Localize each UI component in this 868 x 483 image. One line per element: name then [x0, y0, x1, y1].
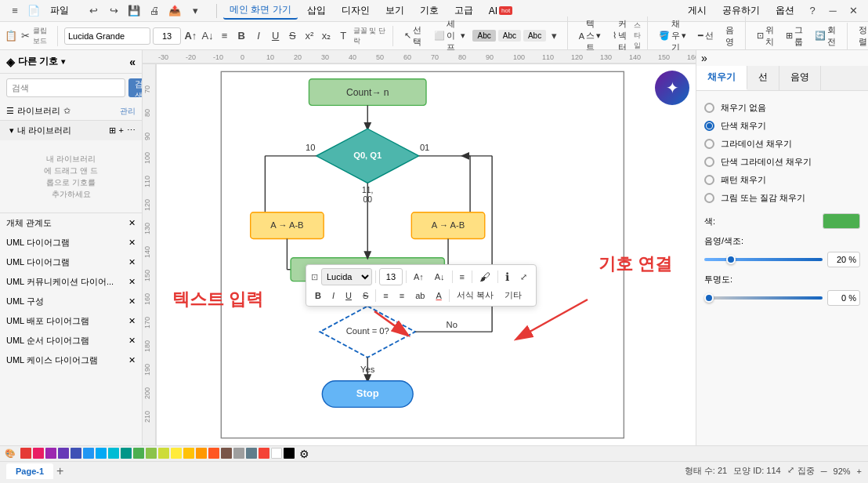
more-icon[interactable]: ▾	[186, 2, 204, 20]
swatch-pink[interactable]	[33, 448, 44, 459]
float-strike-btn[interactable]: S	[359, 289, 372, 302]
fill-option-gradient[interactable]: 그라데이션 채우기	[704, 135, 860, 153]
connector-status-icon[interactable]: ⤢	[787, 465, 794, 477]
library-item-2[interactable]: UML 다이어그램 ✕	[0, 252, 142, 272]
item-close-1[interactable]: ✕	[128, 238, 136, 248]
float-size-input[interactable]	[379, 268, 403, 285]
format-icon[interactable]: ≡	[217, 27, 232, 45]
swatch-white[interactable]	[271, 448, 282, 459]
fill-option-solid[interactable]: 단색 채우기	[704, 117, 860, 135]
swatch-orange[interactable]	[196, 448, 207, 459]
float-grow-btn[interactable]: A↑	[410, 271, 428, 283]
library-item-0[interactable]: 개체 관계도 ✕	[0, 213, 142, 233]
palette-settings-icon[interactable]: ⚙	[299, 448, 309, 460]
export-icon[interactable]: 📤	[166, 2, 183, 20]
text-btn[interactable]: A 텍스트 ▾	[574, 16, 606, 55]
position-btn[interactable]: ⊡ 위치	[752, 23, 779, 49]
float-paint-btn[interactable]: 🖌	[476, 269, 494, 285]
item-close-6[interactable]: ✕	[128, 336, 136, 346]
float-bullet-btn[interactable]: ≡	[379, 289, 392, 302]
zoom-plus-btn[interactable]: +	[857, 467, 862, 476]
fill-option-solid-gradient[interactable]: 단색 그라데이션 채우기	[704, 153, 860, 171]
item-close-7[interactable]: ✕	[128, 355, 136, 365]
font-size-input[interactable]	[153, 27, 181, 45]
library-item-1[interactable]: UML 다이어그램 ✕	[0, 233, 142, 252]
ai-assistant-bubble[interactable]: ✦	[655, 71, 689, 105]
redo-icon[interactable]: ↪	[105, 2, 122, 20]
underline-icon[interactable]: U	[268, 27, 283, 45]
item-close-2[interactable]: ✕	[128, 257, 136, 267]
collapse-icon[interactable]: «	[129, 56, 136, 68]
menu-file[interactable]: 파일	[44, 2, 75, 19]
page-tab-1[interactable]: Page-1	[6, 463, 53, 479]
file-icon[interactable]: 📄	[25, 2, 42, 20]
swatch-teal[interactable]	[121, 448, 132, 459]
bold-icon[interactable]: B	[234, 27, 249, 45]
float-italic-btn[interactable]: I	[328, 289, 338, 302]
color-swatch[interactable]	[823, 213, 860, 229]
swatch-lime[interactable]	[158, 448, 169, 459]
swatch-indigo[interactable]	[71, 448, 81, 459]
swatch-black[interactable]	[284, 448, 295, 459]
float-font-select[interactable]: Lucida	[321, 268, 372, 285]
arrange2-btn[interactable]: 정렬	[854, 23, 868, 49]
float-num-btn[interactable]: ≡	[396, 289, 408, 302]
canvas-area[interactable]: -30 -20 -10 0 10 20 30 40 50 60 70 80 90…	[143, 50, 696, 445]
menu-design[interactable]: 디자인	[335, 2, 376, 19]
font-shrink-icon[interactable]: A↓	[201, 27, 215, 45]
grid-icon[interactable]: ⊞	[109, 125, 116, 136]
font-name-input[interactable]	[64, 27, 150, 45]
fill-option-none[interactable]: 채우기 없음	[704, 99, 860, 117]
swatch-red2[interactable]	[259, 448, 269, 459]
tint-slider[interactable]	[704, 258, 823, 261]
library-item-6[interactable]: UML 순서 다이어그램 ✕	[0, 331, 142, 350]
cut-icon[interactable]: ✂	[20, 27, 31, 45]
right-expand-left[interactable]: »	[701, 52, 707, 64]
minimize-icon[interactable]: ─	[824, 2, 841, 20]
float-bold-btn[interactable]: B	[311, 289, 325, 302]
fill-option-texture[interactable]: 그림 또는 질감 채우기	[704, 189, 860, 207]
help-icon[interactable]: ?	[804, 2, 821, 20]
swatch-purple[interactable]	[45, 448, 56, 459]
library-item-3[interactable]: UML 커뮤니케이션 다이어... ✕	[0, 272, 142, 292]
swatch-deep-purple[interactable]	[58, 448, 69, 459]
tab-line[interactable]: 선	[747, 66, 779, 90]
swatch-light-blue[interactable]	[96, 448, 107, 459]
item-close-5[interactable]: ✕	[128, 316, 136, 326]
swatch-light-green[interactable]	[146, 448, 157, 459]
menu-ai[interactable]: AI hot	[483, 4, 519, 18]
shape-btn[interactable]: ⬜ 세이프 ▾	[429, 16, 470, 55]
swatch-blue-grey[interactable]	[246, 448, 257, 459]
focus-label[interactable]: 집중	[797, 465, 815, 477]
superscript-icon[interactable]: x²	[302, 27, 317, 45]
library-item-4[interactable]: UML 구성 ✕	[0, 292, 142, 311]
shadow-btn[interactable]: 음영	[721, 23, 739, 49]
tab-fill[interactable]: 채우기	[696, 66, 747, 90]
add-page-btn[interactable]: +	[56, 464, 63, 478]
item-close-0[interactable]: ✕	[128, 218, 136, 228]
line-btn[interactable]: ━ 선	[693, 28, 718, 43]
float-ab-btn[interactable]: ab	[411, 289, 429, 302]
connector-btn[interactable]: ⌇ 커넥터	[608, 16, 631, 55]
swatch-brown[interactable]	[221, 448, 232, 459]
font-grow-icon[interactable]: A↑	[183, 27, 198, 45]
swatch-red[interactable]	[20, 448, 31, 459]
swatch-yellow[interactable]	[171, 448, 182, 459]
add-icon[interactable]: +	[119, 125, 124, 136]
swatch-green[interactable]	[133, 448, 144, 459]
item-close-4[interactable]: ✕	[128, 296, 136, 307]
print-icon[interactable]: 🖨	[146, 2, 163, 20]
menu-options[interactable]: 옵션	[769, 2, 801, 19]
style-abc3[interactable]: Abc	[523, 30, 546, 42]
opacity-slider[interactable]	[704, 296, 823, 300]
search-input[interactable]	[6, 78, 125, 97]
undo-icon[interactable]: ↩	[85, 2, 102, 20]
swatch-grey[interactable]	[233, 448, 244, 459]
manage-btn[interactable]: 관리	[120, 106, 136, 117]
my-library-section[interactable]: ▾ 내 라이브러리 ⊞ + ⋯	[0, 121, 142, 140]
app-menu-icon[interactable]: ≡	[6, 2, 24, 20]
zoom-minus-btn[interactable]: ─	[821, 467, 827, 476]
italic-icon[interactable]: I	[251, 27, 266, 45]
swatch-blue[interactable]	[83, 448, 94, 459]
search-button[interactable]: 검색	[128, 78, 143, 97]
